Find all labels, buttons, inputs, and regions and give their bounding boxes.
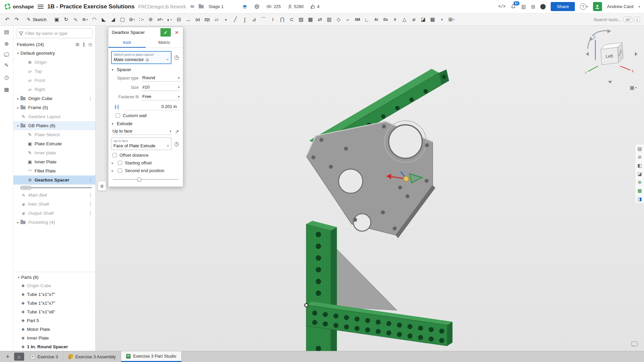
item-menu-icon[interactable]: ⋮: [86, 211, 93, 216]
tables-panel-icon[interactable]: ▦: [4, 86, 9, 93]
plate-bore-large[interactable]: [389, 125, 422, 158]
transform-icon[interactable]: ↔: [184, 15, 193, 24]
item-menu-icon[interactable]: ⋮: [86, 177, 93, 183]
feature-item-default-geometry[interactable]: ▾Default geometry: [13, 49, 95, 58]
plate-bore-small[interactable]: [353, 214, 371, 231]
feature-item-frame-5[interactable]: ▸Frame (5): [13, 103, 95, 112]
public-stat[interactable]: [254, 4, 259, 9]
caret-right-icon[interactable]: ▸: [112, 169, 115, 172]
feature-item-front[interactable]: ▱Front: [13, 76, 95, 85]
graphics-viewport[interactable]: Gearbox Spacer ✓ × Inch Metric Sketch po…: [96, 26, 644, 351]
mirror-icon[interactable]: ⇌▾: [156, 15, 165, 24]
gusset-icon[interactable]: △: [400, 15, 409, 24]
part-item-origin-cube[interactable]: ◆Origin Cube: [13, 281, 95, 290]
intersection-curve-icon[interactable]: ⋂: [278, 15, 287, 24]
learning-stat[interactable]: [242, 4, 248, 9]
document-title[interactable]: 1B - Practice Exercise Solutions: [47, 3, 135, 10]
feature-item-gearbox-spacer[interactable]: ⚙Gearbox Spacer⋮: [13, 175, 95, 185]
markup-panel-icon[interactable]: ✎: [4, 62, 9, 68]
offset-surface-icon[interactable]: ⊂: [287, 15, 296, 24]
item-menu-icon[interactable]: ⋮: [86, 193, 93, 198]
second-end-checkbox[interactable]: [118, 168, 122, 173]
side-panel-icon[interactable]: ▥: [521, 4, 526, 10]
variable-icon[interactable]: (x): [193, 15, 202, 24]
flange-icon[interactable]: ⌐: [344, 15, 353, 24]
point-icon[interactable]: •: [221, 15, 231, 24]
custom-wall-checkbox[interactable]: [116, 113, 120, 118]
resource-center-icon[interactable]: [540, 4, 546, 9]
user-name[interactable]: Andrew Card: [607, 4, 634, 9]
feature-item-origin[interactable]: ⊕Origin: [13, 58, 95, 67]
view-options-button[interactable]: ▦ ▾: [630, 85, 637, 90]
insert-panel-icon[interactable]: ⊕: [4, 41, 9, 47]
bom-panel-icon[interactable]: ▦: [637, 188, 642, 193]
tab-exercise-3[interactable]: Exercise 3: [26, 351, 63, 362]
wall-thickness-value[interactable]: 0.201 in: [123, 103, 180, 110]
home-tab-button[interactable]: ⌂: [14, 353, 24, 361]
caret-right-icon[interactable]: ▸: [15, 97, 20, 100]
rollback-bar[interactable]: [15, 186, 93, 190]
project-curve-icon[interactable]: ⊿: [250, 15, 259, 24]
view-cube[interactable]: Left Front Z Y X: [581, 28, 640, 86]
feature-item-output-shaft[interactable]: ⌀Output Shaft⋮: [13, 209, 95, 218]
caret-down-icon[interactable]: ▾: [16, 276, 21, 279]
history-icon[interactable]: ◷: [88, 42, 92, 47]
rotate-right-arrow-icon[interactable]: [635, 52, 638, 56]
apps-grid-icon[interactable]: ⊞: [531, 4, 536, 10]
feature-list-flyout-button[interactable]: ≣: [98, 181, 106, 191]
tab-exercise-3-part-studio[interactable]: Exercise 3 Part Studio: [121, 351, 182, 362]
confirm-button[interactable]: ✓: [160, 28, 171, 37]
sketch-point-selection[interactable]: Sketch point to place spacer Mate connec…: [111, 51, 171, 64]
flip-direction-icon[interactable]: ↗: [174, 129, 180, 134]
fillet-icon[interactable]: ◠: [90, 15, 99, 24]
composite-curve-icon[interactable]: ≀: [268, 15, 278, 24]
sheet-metal-model-icon[interactable]: ◇: [334, 15, 343, 24]
tab-metric[interactable]: Metric: [146, 38, 183, 48]
clear-selection-icon[interactable]: ×: [166, 143, 169, 148]
caret-right-icon[interactable]: ▸: [112, 161, 115, 165]
spacer-type-select[interactable]: Round ▾: [142, 74, 180, 82]
add-tab-button[interactable]: +: [3, 351, 13, 362]
feature-item-right[interactable]: ▱Right: [13, 85, 95, 94]
view-settings-icon[interactable]: ▤: [637, 146, 642, 151]
filter-input[interactable]: [25, 31, 90, 36]
linear-pattern-icon[interactable]: ∷▾: [137, 15, 146, 24]
item-menu-icon[interactable]: ⋮: [86, 96, 93, 101]
replace-face-icon[interactable]: ▥: [325, 15, 334, 24]
chamfer-icon[interactable]: ◣: [99, 15, 108, 24]
boolean-icon[interactable]: ◐▾: [165, 15, 174, 24]
item-menu-icon[interactable]: ⋮: [86, 202, 93, 207]
onshape-logo[interactable]: onshape: [4, 3, 34, 10]
part-item-part-5[interactable]: ◆Part 5: [13, 316, 95, 325]
starting-offset-checkbox[interactable]: [118, 161, 122, 165]
section-view-icon[interactable]: ◪: [419, 15, 428, 24]
appearance-panel-icon[interactable]: ◧: [637, 163, 642, 168]
mate-connector-button[interactable]: ◷: [173, 140, 180, 147]
features-panel-icon[interactable]: ▤: [4, 29, 9, 35]
featurescript-icon[interactable]: </>: [498, 4, 506, 9]
notifications-bell-icon[interactable]: 9+: [510, 4, 516, 9]
extrude-icon[interactable]: ▣: [52, 15, 61, 24]
frame-channel-vertical[interactable]: [306, 221, 337, 351]
explode-tool-icon[interactable]: ⊛: [638, 179, 642, 185]
undo-icon[interactable]: ↶: [3, 15, 12, 24]
avatar[interactable]: [593, 2, 602, 11]
feature-item-gb-plates-6[interactable]: ▾GB Plates (6): [13, 121, 95, 130]
feature-item-inner-plate[interactable]: ▣Inner Plate: [13, 157, 95, 166]
mate-connector-button[interactable]: ◷: [173, 53, 180, 61]
dialog-header[interactable]: Gearbox Spacer ✓ ×: [108, 27, 183, 38]
named-views-icon[interactable]: ▦: [428, 15, 437, 24]
fastener-fit-select[interactable]: Free ▾: [142, 93, 180, 100]
hole-icon[interactable]: ⊚▾: [128, 15, 137, 24]
bridging-curve-icon[interactable]: ⌒: [259, 15, 268, 24]
split-icon[interactable]: ⊟: [175, 15, 184, 24]
measure-icon[interactable]: ⌀: [409, 15, 418, 24]
draft-icon[interactable]: ◢: [109, 15, 118, 24]
part-item-tube-1-x1-x7[interactable]: ◆Tube 1"x1"x7": [13, 299, 95, 307]
views-stat[interactable]: 225: [266, 4, 281, 9]
shell-icon[interactable]: ▢: [118, 15, 127, 24]
users-stat[interactable]: 5280: [288, 4, 304, 9]
section-tool-icon[interactable]: ◪: [637, 171, 642, 176]
cancel-button[interactable]: ×: [172, 28, 181, 37]
feature-item-origin-cube[interactable]: ▸Origin Cube⋮: [13, 94, 95, 103]
